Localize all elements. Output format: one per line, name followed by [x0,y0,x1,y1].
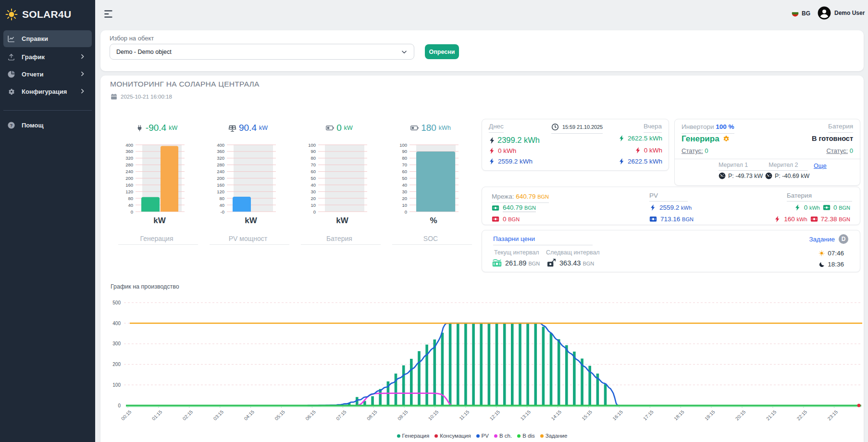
svg-text:80: 80 [402,155,407,161]
svg-text:400: 400 [112,321,121,326]
svg-text:30: 30 [310,189,316,194]
svg-text:100: 100 [308,142,316,148]
svg-text:120: 120 [125,189,133,194]
svg-text:11:15: 11:15 [458,409,470,421]
svg-text:14:15: 14:15 [550,409,563,421]
svg-text:50: 50 [402,176,407,181]
svg-text:20: 20 [310,196,316,201]
svg-text:70: 70 [402,162,407,167]
svg-text:400: 400 [125,142,133,148]
svg-text:05:15: 05:15 [273,409,286,421]
svg-text:18:15: 18:15 [673,409,685,421]
svg-text:21:15: 21:15 [765,409,778,421]
svg-text:200: 200 [112,362,121,367]
svg-text:160: 160 [217,182,224,188]
svg-text:80: 80 [128,196,133,201]
svg-text:60: 60 [402,169,407,174]
svg-text:0: 0 [313,209,316,215]
svg-text:40: 40 [310,182,316,188]
svg-text:400: 400 [217,142,224,148]
svg-text:01:15: 01:15 [151,409,163,421]
svg-text:03:15: 03:15 [212,409,225,421]
svg-text:120: 120 [217,189,224,194]
svg-text:90: 90 [402,149,407,154]
svg-text:17:15: 17:15 [642,409,655,421]
svg-text:22:15: 22:15 [796,409,808,421]
svg-text:10: 10 [402,202,407,208]
svg-text:80: 80 [310,155,316,161]
svg-text:12:15: 12:15 [489,409,501,421]
svg-text:240: 240 [125,169,133,174]
svg-text:100: 100 [399,142,407,148]
svg-text:0: 0 [131,209,133,215]
svg-text:30: 30 [402,189,407,194]
svg-text:19:15: 19:15 [704,409,716,421]
svg-text:13:15: 13:15 [520,409,532,421]
svg-text:360: 360 [217,149,224,154]
svg-text:0: 0 [118,403,121,408]
svg-text:320: 320 [125,155,133,161]
svg-text:100: 100 [112,382,121,388]
svg-text:40: 40 [402,182,407,188]
svg-text:06:15: 06:15 [304,409,317,421]
svg-text:80: 80 [219,196,224,201]
svg-text:07:15: 07:15 [335,409,347,421]
svg-text:360: 360 [125,149,133,154]
svg-text:16:15: 16:15 [611,409,624,421]
svg-text:10:15: 10:15 [427,409,440,421]
svg-text:240: 240 [217,169,224,174]
svg-text:40: 40 [128,202,133,208]
svg-text:?: ? [10,123,13,128]
svg-text:280: 280 [217,162,224,167]
svg-text:00:15: 00:15 [120,409,133,421]
svg-text:500: 500 [112,300,121,305]
svg-text:02:15: 02:15 [182,409,194,421]
svg-text:04:15: 04:15 [243,409,256,421]
svg-text:50: 50 [310,176,316,181]
svg-text:40: 40 [219,202,224,208]
svg-text:20:15: 20:15 [734,409,747,421]
svg-text:0: 0 [405,209,407,215]
svg-text:-0: -0 [221,209,224,215]
svg-text:200: 200 [217,176,224,181]
svg-text:320: 320 [217,155,224,161]
svg-text:200: 200 [125,176,133,181]
svg-text:60: 60 [310,169,316,174]
svg-text:08:15: 08:15 [366,409,378,421]
svg-text:90: 90 [310,149,316,154]
svg-text:09:15: 09:15 [397,409,409,421]
svg-text:10: 10 [310,202,316,208]
svg-text:70: 70 [310,162,316,167]
svg-text:160: 160 [125,182,133,188]
svg-text:23:15: 23:15 [827,409,839,421]
svg-text:15:15: 15:15 [581,409,593,421]
svg-text:280: 280 [125,162,133,167]
svg-text:300: 300 [112,341,121,346]
svg-text:20: 20 [402,196,407,201]
